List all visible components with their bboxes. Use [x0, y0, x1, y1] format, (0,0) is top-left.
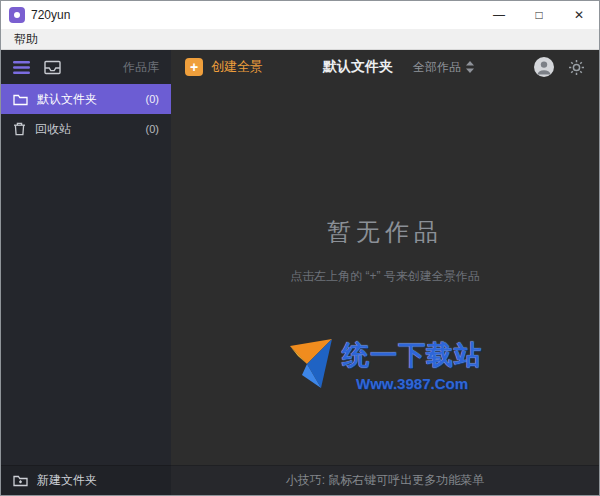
- folder-icon: [13, 93, 28, 106]
- filter-label: 全部作品: [413, 59, 461, 76]
- toolbar-center: 默认文件夹 全部作品: [323, 58, 474, 76]
- content-toolbar: + 创建全景 默认文件夹 全部作品: [171, 50, 599, 84]
- watermark-url: Www.3987.Com: [356, 375, 468, 392]
- app-body: 作品库 默认文件夹 (0): [1, 50, 599, 495]
- new-folder-button[interactable]: 新建文件夹: [1, 465, 171, 495]
- app-logo-icon: [9, 7, 25, 23]
- menu-help[interactable]: 帮助: [7, 31, 45, 48]
- watermark-text: 统一下载站 Www.3987.Com: [342, 337, 482, 392]
- folder-label: 默认文件夹: [37, 91, 97, 108]
- sidebar-header: 作品库: [1, 50, 171, 84]
- create-panorama-label: 创建全景: [211, 58, 263, 76]
- folder-list: 默认文件夹 (0) 回收站 (0): [1, 84, 171, 465]
- sidebar: 作品库 默认文件夹 (0): [1, 50, 171, 495]
- window-title: 720yun: [31, 8, 70, 22]
- close-button[interactable]: ✕: [559, 1, 599, 29]
- gear-icon[interactable]: [568, 59, 585, 76]
- folder-label: 回收站: [35, 121, 71, 138]
- new-folder-icon: [13, 474, 28, 487]
- titlebar: 720yun — □ ✕: [1, 1, 599, 29]
- maximize-button[interactable]: □: [519, 1, 559, 29]
- list-view-icon[interactable]: [13, 61, 30, 74]
- menubar: 帮助: [1, 29, 599, 50]
- watermark-title: 统一下载站: [342, 337, 482, 373]
- empty-state: 暂无作品 点击左上角的 “+” 号来创建全景作品 统一下载站 Www.3987: [171, 84, 599, 465]
- sidebar-item-default-folder[interactable]: 默认文件夹 (0): [1, 84, 171, 114]
- window-controls: — □ ✕: [479, 1, 599, 29]
- watermark: 统一下载站 Www.3987.Com: [288, 337, 482, 392]
- new-folder-label: 新建文件夹: [37, 472, 97, 489]
- archive-box-icon[interactable]: [44, 60, 61, 75]
- app-window: 720yun — □ ✕ 帮助: [0, 0, 600, 496]
- filter-dropdown[interactable]: 全部作品: [413, 59, 474, 76]
- library-label: 作品库: [123, 59, 159, 76]
- toolbar-right: [534, 57, 585, 77]
- folder-count: (0): [146, 123, 159, 135]
- statusbar-tip: 小技巧: 鼠标右键可呼出更多功能菜单: [286, 472, 485, 489]
- current-folder-title: 默认文件夹: [323, 58, 393, 76]
- trash-icon: [13, 122, 26, 136]
- avatar[interactable]: [534, 57, 554, 77]
- watermark-logo-icon: [288, 338, 336, 392]
- create-panorama-button[interactable]: + 创建全景: [185, 58, 263, 76]
- plus-icon: +: [185, 58, 203, 76]
- empty-state-hint: 点击左上角的 “+” 号来创建全景作品: [290, 268, 480, 285]
- sort-arrows-icon: [466, 61, 474, 73]
- minimize-button[interactable]: —: [479, 1, 519, 29]
- sidebar-item-recycle-bin[interactable]: 回收站 (0): [1, 114, 171, 144]
- empty-state-title: 暂无作品: [327, 216, 443, 248]
- main-content: + 创建全景 默认文件夹 全部作品: [171, 50, 599, 495]
- statusbar: 小技巧: 鼠标右键可呼出更多功能菜单: [171, 465, 599, 495]
- folder-count: (0): [146, 93, 159, 105]
